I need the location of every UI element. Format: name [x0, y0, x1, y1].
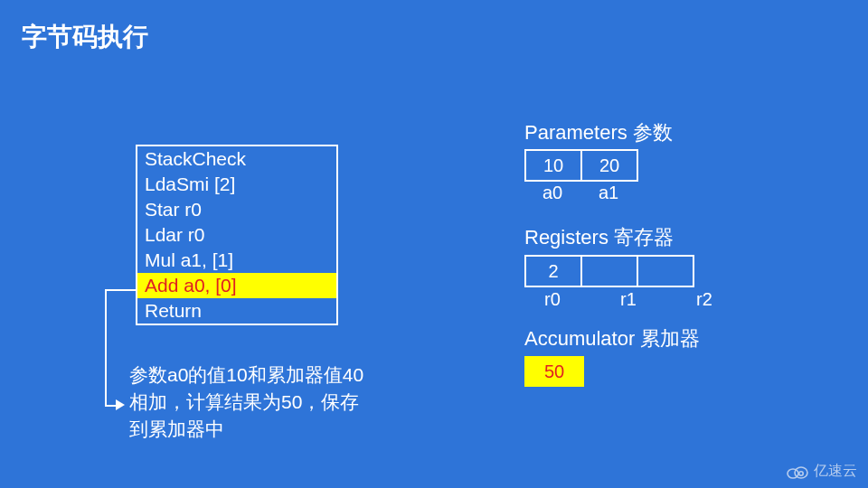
watermark: 亿速云 — [785, 462, 857, 481]
parameters-cells: 10 20 — [524, 149, 638, 182]
connector-line — [105, 289, 107, 407]
registers-labels: r0 r1 r2 — [524, 289, 732, 310]
cloud-icon — [785, 464, 810, 480]
code-line: StackCheck — [137, 146, 336, 172]
code-line: Return — [137, 298, 336, 324]
registers-title: Registers 寄存器 — [524, 224, 674, 251]
code-line-highlight: Add a0, [0] — [137, 273, 336, 298]
watermark-text: 亿速云 — [814, 462, 857, 481]
registers-cells: 2 — [524, 255, 694, 287]
register-label: r2 — [676, 289, 732, 310]
bytecode-box: StackCheck LdaSmi [2] Star r0 Ldar r0 Mu… — [136, 145, 338, 325]
register-label: r1 — [600, 289, 656, 310]
accumulator-value: 50 — [524, 356, 584, 387]
caption-text: 参数a0的值10和累加器值40相加，计算结果为50，保存到累加器中 — [129, 361, 364, 443]
page-title: 字节码执行 — [22, 20, 148, 54]
arrow-icon — [116, 399, 125, 410]
code-line: Mul a1, [1] — [137, 248, 336, 273]
param-label: a0 — [524, 183, 580, 203]
register-label: r0 — [524, 289, 580, 310]
param-cell: 20 — [582, 151, 637, 180]
svg-point-2 — [799, 471, 803, 474]
parameters-title: Parameters 参数 — [524, 119, 673, 146]
code-line: LdaSmi [2] — [137, 172, 336, 197]
connector-line — [105, 289, 137, 291]
param-cell: 10 — [526, 151, 582, 180]
parameters-labels: a0 a1 — [524, 183, 637, 203]
register-cell — [638, 257, 693, 286]
register-cell: 2 — [526, 257, 582, 286]
code-line: Ldar r0 — [137, 222, 336, 248]
register-cell — [582, 257, 638, 286]
svg-point-1 — [795, 467, 807, 478]
accumulator-title: Accumulator 累加器 — [524, 325, 700, 352]
param-label: a1 — [580, 183, 637, 203]
code-line: Star r0 — [137, 197, 336, 222]
